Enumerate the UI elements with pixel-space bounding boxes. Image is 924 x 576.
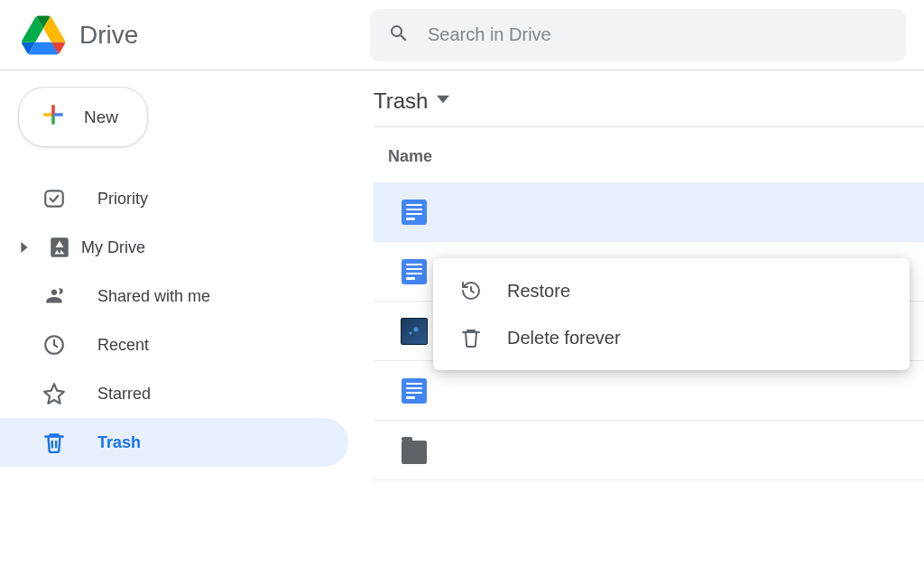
shared-icon [42, 284, 67, 308]
search-icon [388, 23, 410, 48]
page-title: Trash [374, 88, 428, 114]
new-button[interactable]: New [18, 87, 148, 147]
sidebar: New Priority My Drive [0, 70, 361, 480]
logo-area: Drive [18, 10, 370, 60]
folder-icon [401, 437, 428, 464]
sidebar-item-priority[interactable]: Priority [0, 174, 348, 223]
annotation-overlay [0, 480, 924, 576]
app-title: Drive [79, 21, 138, 50]
header: Drive [0, 0, 924, 70]
search-bar[interactable] [370, 9, 906, 61]
sidebar-item-starred[interactable]: Starred [0, 369, 348, 418]
svg-rect-0 [45, 190, 63, 206]
menu-item-restore[interactable]: Restore [433, 267, 910, 314]
image-thumb-icon [401, 318, 428, 345]
new-button-label: New [84, 107, 118, 127]
menu-item-delete-forever[interactable]: Delete forever [433, 314, 910, 361]
context-menu: Restore Delete forever [433, 258, 910, 370]
plus-icon [39, 100, 68, 134]
menu-label: Delete forever [507, 328, 621, 348]
page-header[interactable]: Trash [374, 88, 924, 127]
docs-icon [401, 199, 428, 226]
mydrive-icon [47, 236, 72, 259]
sidebar-item-shared[interactable]: Shared with me [0, 272, 348, 321]
caret-down-icon [437, 93, 449, 109]
column-header-name[interactable]: Name [374, 127, 924, 182]
sidebar-item-mydrive[interactable]: My Drive [0, 223, 348, 272]
trash-icon [42, 431, 67, 454]
docs-icon [401, 258, 428, 285]
star-icon [42, 382, 67, 405]
recent-icon [42, 333, 67, 357]
sidebar-item-trash[interactable]: Trash [0, 418, 348, 467]
docs-icon [401, 377, 428, 404]
drive-logo-icon[interactable] [18, 10, 69, 60]
caret-right-icon [16, 242, 32, 253]
priority-icon [42, 187, 67, 210]
sidebar-item-recent[interactable]: Recent [0, 321, 348, 369]
file-row[interactable] [374, 182, 924, 242]
delete-icon [460, 327, 482, 348]
menu-label: Restore [507, 281, 570, 302]
restore-icon [460, 280, 482, 302]
search-input[interactable] [428, 24, 888, 45]
file-row[interactable] [374, 421, 924, 480]
